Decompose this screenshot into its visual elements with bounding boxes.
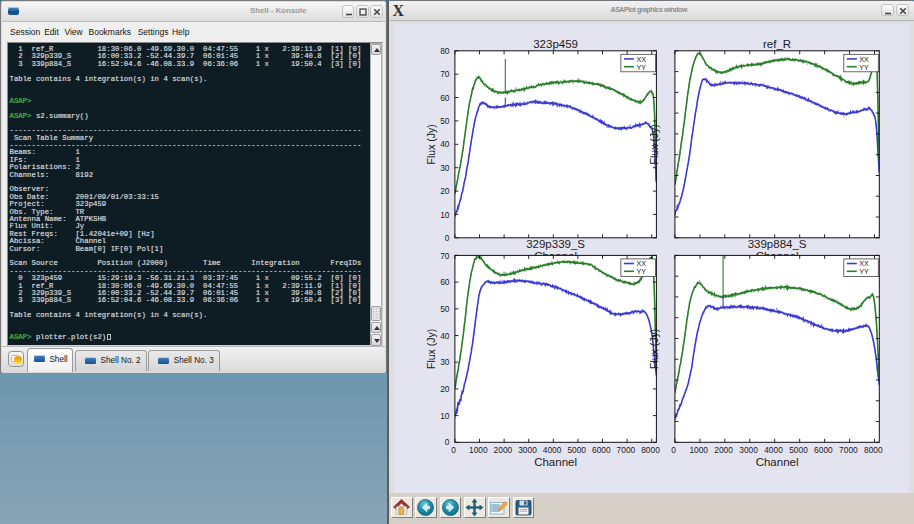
svg-text:3000: 3000 bbox=[739, 445, 758, 455]
svg-text:70: 70 bbox=[440, 69, 450, 79]
svg-text:70: 70 bbox=[440, 250, 450, 260]
svg-text:8000: 8000 bbox=[863, 445, 882, 455]
svg-text:YY: YY bbox=[636, 62, 646, 71]
svg-text:10: 10 bbox=[440, 209, 450, 219]
svg-text:Flux (Jy): Flux (Jy) bbox=[424, 124, 436, 164]
svg-text:YY: YY bbox=[636, 267, 646, 276]
svg-text:60: 60 bbox=[440, 277, 450, 287]
svg-text:Channel: Channel bbox=[755, 456, 798, 468]
svg-text:30: 30 bbox=[440, 162, 450, 172]
svg-text:339p884_S: 339p884_S bbox=[747, 237, 806, 249]
svg-text:80: 80 bbox=[440, 46, 450, 56]
svg-text:60: 60 bbox=[440, 92, 450, 102]
svg-text:8000: 8000 bbox=[641, 445, 660, 455]
svg-text:YY: YY bbox=[859, 267, 869, 276]
svg-text:30: 30 bbox=[440, 357, 450, 367]
svg-text:3000: 3000 bbox=[518, 445, 537, 455]
svg-text:40: 40 bbox=[440, 139, 450, 149]
svg-text:5000: 5000 bbox=[567, 445, 586, 455]
svg-text:0: 0 bbox=[671, 445, 676, 455]
svg-text:7000: 7000 bbox=[839, 445, 858, 455]
svg-text:0: 0 bbox=[444, 233, 449, 243]
svg-text:5000: 5000 bbox=[789, 445, 808, 455]
svg-text:323p459: 323p459 bbox=[533, 37, 578, 49]
svg-text:10: 10 bbox=[440, 410, 450, 420]
svg-text:40: 40 bbox=[440, 330, 450, 340]
svg-text:Flux (Jy): Flux (Jy) bbox=[648, 124, 660, 164]
svg-text:6000: 6000 bbox=[591, 445, 610, 455]
svg-text:50: 50 bbox=[440, 116, 450, 126]
svg-text:Channel: Channel bbox=[534, 456, 577, 468]
svg-text:329p339_S: 329p339_S bbox=[526, 237, 585, 249]
svg-text:YY: YY bbox=[859, 62, 869, 71]
svg-text:1000: 1000 bbox=[689, 445, 708, 455]
svg-text:6000: 6000 bbox=[814, 445, 833, 455]
svg-text:Flux (Jy): Flux (Jy) bbox=[648, 328, 660, 368]
svg-text:4000: 4000 bbox=[542, 445, 561, 455]
svg-text:4000: 4000 bbox=[764, 445, 783, 455]
svg-text:0: 0 bbox=[444, 437, 449, 447]
svg-text:20: 20 bbox=[440, 186, 450, 196]
svg-text:2000: 2000 bbox=[714, 445, 733, 455]
svg-text:Flux (Jy): Flux (Jy) bbox=[424, 328, 436, 368]
svg-text:ref_R: ref_R bbox=[763, 37, 791, 49]
svg-text:2000: 2000 bbox=[493, 445, 512, 455]
svg-text:0: 0 bbox=[451, 445, 456, 455]
svg-text:20: 20 bbox=[440, 384, 450, 394]
svg-text:50: 50 bbox=[440, 304, 450, 314]
svg-text:1000: 1000 bbox=[468, 445, 487, 455]
svg-text:7000: 7000 bbox=[616, 445, 635, 455]
